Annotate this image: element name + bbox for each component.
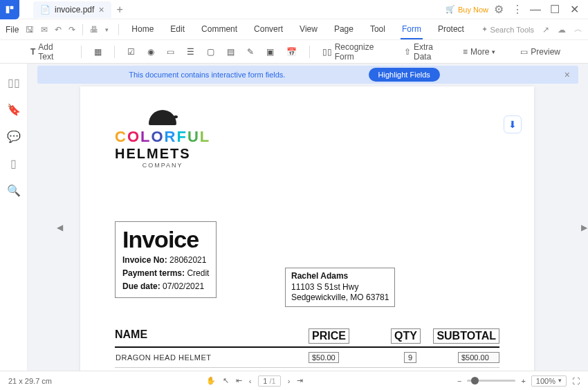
undo-icon[interactable]: ↶ [55,25,62,35]
tab-page[interactable]: Page [333,20,355,39]
prev-page-icon[interactable]: ‹ [249,377,252,385]
invoice-header-box[interactable]: Invoice Invoice No: 28062021 Payment ter… [115,221,217,298]
thumbnails-icon[interactable]: ▯▯ [8,76,20,89]
more-icon: ≡ [463,47,468,57]
tab-home[interactable]: Home [130,20,155,39]
comment-panel-icon[interactable]: 💬 [7,130,21,143]
header-subtotal[interactable]: SUBTOTAL [433,328,499,344]
app-logo-icon [0,0,19,19]
button-field-icon[interactable]: ▢ [207,47,214,57]
mail-icon[interactable]: ✉ [41,25,48,35]
print-icon[interactable]: 🖶 [90,25,98,35]
date-field-icon[interactable]: 📅 [286,47,297,57]
tab-title: invoice.pdf [55,5,94,15]
prev-page-arrow[interactable]: ◀ [57,223,62,232]
file-menu[interactable]: File [6,25,19,35]
logo-text-colorful: COLORFUL [115,128,210,146]
radio-field-icon[interactable]: ◉ [147,47,154,57]
tab-close-button[interactable]: × [98,4,104,15]
redo-icon[interactable]: ↷ [68,25,75,35]
header-qty[interactable]: QTY [391,328,421,344]
zoom-controls: − + 100%▾ ⛶ [457,375,580,387]
first-page-icon[interactable]: ⇤ [236,376,242,385]
header-name: NAME [115,328,147,341]
open-external-icon[interactable]: ↗ [542,25,549,35]
header-price[interactable]: PRICE [309,328,349,344]
zoom-out-button[interactable]: − [457,377,461,385]
customer-name: Rachel Adams [291,271,389,282]
menu-bar: File 🖫 ✉ ↶ ↷ 🖶 ▾ Home Edit Comment Conve… [0,19,588,40]
tab-view[interactable]: View [298,20,319,39]
page-number-input[interactable]: 1 /1 [258,375,280,387]
price-field[interactable]: $50.00 [309,352,339,363]
cloud-icon[interactable]: ☁ [558,25,566,35]
payment-terms: Payment terms: Credit [122,268,209,279]
svg-rect-0 [6,6,10,13]
page-size-label: 21 x 29.7 cm [8,377,52,385]
new-tab-button[interactable]: + [117,3,123,16]
logo-text-helmets: HELMETS [115,146,210,162]
next-page-icon[interactable]: › [288,377,291,385]
preview-tool[interactable]: ▭ Preview [520,47,560,57]
collapse-ribbon-icon[interactable]: ︿ [574,24,582,35]
buy-now-link[interactable]: 🛒 Buy Now [445,5,488,14]
logo-text-company: COMPANY [115,162,210,169]
search-panel-icon[interactable]: 🔍 [7,184,21,197]
more-tool[interactable]: ≡ More ▾ [463,47,495,57]
print-dropdown-icon[interactable]: ▾ [105,26,109,33]
save-icon[interactable]: 🖫 [26,25,34,35]
dropdown-field-icon[interactable]: ▤ [227,47,235,57]
customer-address-box[interactable]: Rachel Adams 11103 S 51st Hwy Sedgewickv… [285,268,395,307]
bookmark-icon[interactable]: 🔖 [7,103,21,116]
document-tab[interactable]: 📄 invoice.pdf × [33,1,111,18]
combo-field-icon[interactable]: ▭ [167,47,174,57]
signature-field-icon[interactable]: ✎ [247,47,254,57]
table-row: DRAGON HEAD HELMET $50.00 9 $500.00 [115,348,499,368]
attachment-icon[interactable]: ▯ [10,157,17,170]
share-icon[interactable]: ⚙ [494,3,504,16]
text-icon: T [30,47,35,57]
left-sidebar: ▯▯ 🔖 💬 ▯ 🔍 [0,64,28,371]
add-text-tool[interactable]: T Add Text [30,42,68,62]
tab-tool[interactable]: Tool [369,20,387,39]
qty-field[interactable]: 9 [404,352,416,363]
subtotal-field[interactable]: $500.00 [458,352,499,363]
customer-addr2: Sedgewickville, MO 63781 [291,292,389,304]
cart-icon: 🛒 [445,5,455,14]
title-bar: 📄 invoice.pdf × + 🛒 Buy Now ⚙ ⋮ — ☐ ✕ [0,0,588,19]
zoom-in-button[interactable]: + [521,377,525,385]
search-tools[interactable]: ✦ Search Tools [481,25,534,34]
minimize-button[interactable]: — [529,3,542,16]
upload-icon: ⇧ [404,47,411,57]
recognize-form-tool[interactable]: ▯▯ Recognize Form [322,42,392,62]
image-field-icon[interactable]: ▣ [266,47,274,57]
menu-dots-icon[interactable]: ⋮ [512,3,523,16]
main-tabs: Home Edit Comment Convert View Page Tool… [130,20,466,39]
select-tool-icon[interactable]: ↖ [223,376,229,385]
zoom-slider[interactable] [467,380,515,382]
list-field-icon[interactable]: ☰ [187,47,194,57]
company-logo: COLORFUL HELMETS COMPANY [115,110,210,169]
tab-comment[interactable]: Comment [200,20,239,39]
last-page-icon[interactable]: ⇥ [297,376,303,385]
close-window-button[interactable]: ✕ [567,3,581,16]
hand-tool-icon[interactable]: ✋ [206,376,216,385]
tab-protect[interactable]: Protect [437,20,466,39]
info-bar-close[interactable]: × [564,69,570,80]
align-tool-icon[interactable]: ▦ [94,47,102,57]
maximize-button[interactable]: ☐ [548,3,562,16]
tab-form[interactable]: Form [401,20,423,39]
tab-edit[interactable]: Edit [169,20,186,39]
form-toolbar: T Add Text ▦ ☑ ◉ ▭ ☰ ▢ ▤ ✎ ▣ 📅 ▯▯ Recogn… [0,40,588,64]
tab-convert[interactable]: Convert [252,20,284,39]
fit-page-icon[interactable]: ⛶ [572,377,580,385]
checkbox-field-icon[interactable]: ☑ [127,47,135,57]
extra-data-tool[interactable]: ⇧ Extra Data [404,42,450,62]
pdf-icon: 📄 [40,5,50,15]
next-page-arrow[interactable]: ▶ [581,223,587,232]
highlight-fields-button[interactable]: Highlight Fields [369,68,440,82]
pdf-page: ⬇ COLORFUL HELMETS COMPANY Invoice Invoi… [80,86,534,371]
zoom-percent-dropdown[interactable]: 100%▾ [531,375,567,387]
download-button[interactable]: ⬇ [504,115,522,133]
recognize-icon: ▯▯ [322,47,332,57]
